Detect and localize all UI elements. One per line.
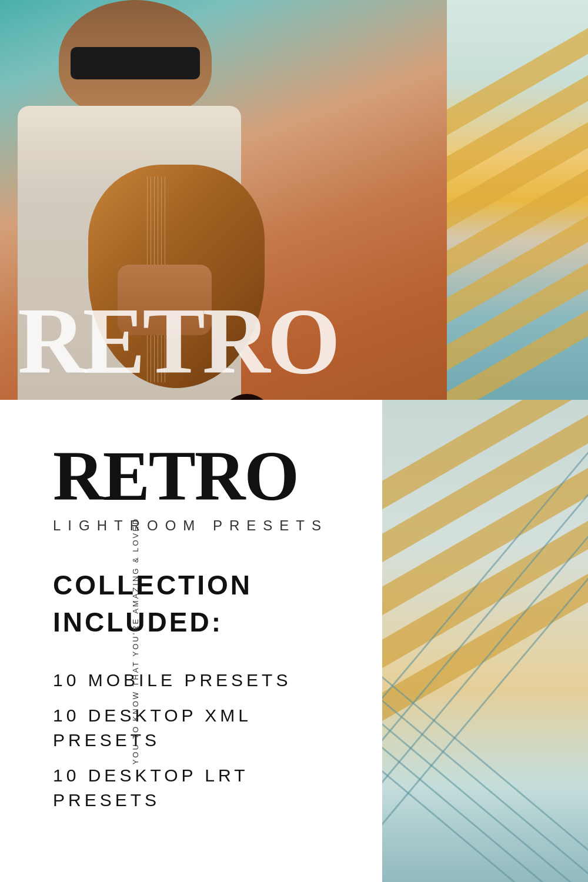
subtitle-text: LIGHTROOM PRESETS	[53, 517, 347, 534]
guitarist-sunglasses	[71, 47, 200, 79]
stripe-container	[447, 0, 588, 400]
left-content-area: YOU TO KNOW THAT YOU'RE AMAZING & LOVED …	[0, 400, 382, 882]
collection-title: COLLECTION	[53, 569, 347, 602]
guitarist-photo: RETRO	[0, 0, 459, 400]
retro-overlay-text: RETRO	[0, 294, 459, 388]
preset-item-3: 10 DESKTOP LRT PRESETS	[53, 763, 347, 813]
preset-item-1: 10 MOBILE PRESETS	[53, 668, 347, 693]
right-panel	[382, 400, 588, 882]
content-section: YOU TO KNOW THAT YOU'RE AMAZING & LOVED …	[0, 400, 588, 882]
preset-list: 10 MOBILE PRESETS 10 DESKTOP XML PRESETS…	[53, 668, 347, 813]
right-decorative-panel	[447, 0, 588, 400]
retro-big-letters: RETRO	[18, 294, 338, 388]
preset-item-2: 10 DESKTOP XML PRESETS	[53, 703, 347, 753]
side-vertical-text: YOU TO KNOW THAT YOU'RE AMAZING & LOVED	[131, 517, 140, 765]
main-title: RETRO	[53, 441, 347, 512]
page-wrapper: RETRO YOU TO KNOW THAT YOU'RE AMAZING & …	[0, 0, 588, 882]
hero-photo-section: RETRO	[0, 0, 588, 400]
included-label: INCLUDED:	[53, 606, 347, 639]
right-stripes-container	[382, 400, 588, 882]
